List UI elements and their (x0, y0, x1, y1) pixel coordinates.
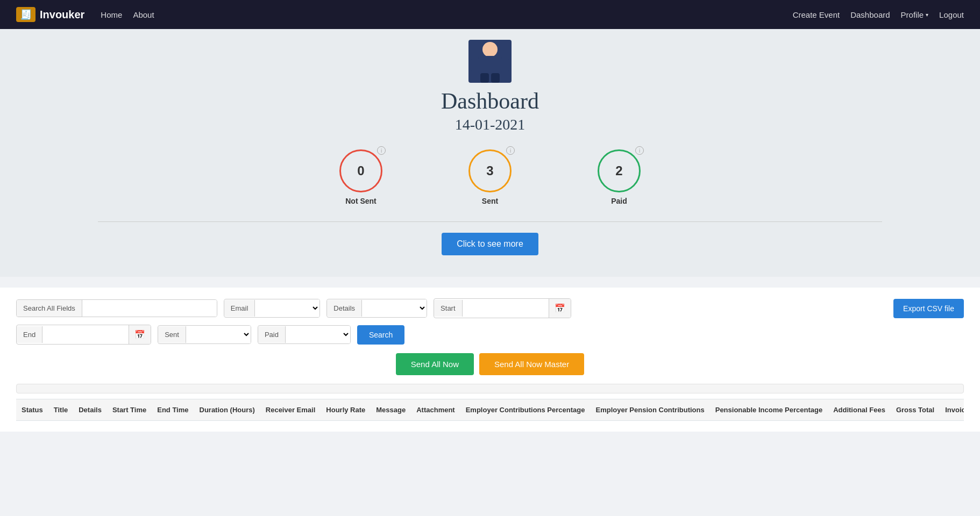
start-date-label: Start (434, 300, 462, 317)
nav-about[interactable]: About (133, 10, 154, 19)
dashboard-date: 14-01-2021 (0, 116, 980, 133)
dashboard-title: Dashboard (0, 88, 980, 114)
svg-rect-3 (471, 57, 479, 73)
brand-label: Invouker (40, 9, 84, 21)
stat-sent-circle: 3 (468, 149, 512, 192)
stat-not-sent: i 0 Not Sent (339, 149, 382, 205)
search-section: Search All Fields Email Details Start 📅 … (0, 288, 980, 432)
sent-select[interactable] (186, 326, 251, 343)
search-row-1: Search All Fields Email Details Start 📅 … (16, 298, 964, 318)
stat-sent: i 3 Sent (468, 149, 512, 205)
stat-paid-info-icon[interactable]: i (635, 146, 644, 155)
hero-divider (98, 221, 882, 222)
stat-paid-label: Paid (611, 197, 627, 205)
nav-profile-dropdown[interactable]: Profile ▾ (901, 10, 929, 19)
stat-sent-label: Sent (482, 197, 498, 205)
search-all-fields-input-group: Search All Fields (16, 299, 217, 317)
end-calendar-icon[interactable]: 📅 (129, 325, 151, 344)
send-all-now-master-button[interactable]: Send All Now Master (479, 353, 584, 375)
invoices-table: StatusTitleDetailsStart TimeEnd TimeDura… (16, 399, 964, 421)
stat-paid-circle: 2 (598, 149, 641, 192)
table-col-header: End Time (152, 399, 194, 421)
send-all-now-button[interactable]: Send All Now (396, 353, 474, 375)
search-row-2: End 📅 Sent Paid Search (16, 325, 964, 345)
table-col-header: Attachment (411, 399, 460, 421)
stat-not-sent-circle: 0 (339, 149, 382, 192)
paid-select[interactable] (286, 326, 350, 343)
email-select-group: Email (224, 299, 321, 318)
table-col-header: Additional Fees (828, 399, 891, 421)
brand-logo[interactable]: 🧾 Invouker (16, 7, 84, 22)
table-col-header: Employer Contributions Percentage (460, 399, 591, 421)
table-col-header: Title (48, 399, 74, 421)
sent-label: Sent (158, 326, 186, 343)
details-select-group: Details (326, 299, 427, 318)
svg-rect-6 (491, 73, 500, 83)
table-col-header: Start Time (107, 399, 152, 421)
navbar: 🧾 Invouker Home About Create Event Dashb… (0, 0, 980, 29)
table-col-header: Employer Pension Contributions (590, 399, 709, 421)
nav-create-event[interactable]: Create Event (793, 10, 840, 19)
details-select[interactable] (362, 299, 427, 317)
svg-rect-4 (501, 57, 509, 73)
end-date-label: End (17, 326, 42, 343)
export-csv-button[interactable]: Export CSV file (893, 299, 964, 318)
action-row: Send All Now Send All Now Master (16, 353, 964, 375)
table-header: StatusTitleDetailsStart TimeEnd TimeDura… (16, 399, 964, 421)
search-all-fields-input[interactable] (82, 300, 217, 317)
nav-profile-label: Profile (901, 10, 924, 19)
navbar-right: Create Event Dashboard Profile ▾ Logout (793, 10, 964, 19)
sent-select-group: Sent (158, 325, 251, 344)
progress-bar (16, 384, 964, 393)
table-col-header: Pensionable Income Percentage (710, 399, 828, 421)
end-date-input[interactable] (42, 326, 129, 343)
search-all-fields-label: Search All Fields (17, 300, 82, 317)
table-col-header: Status (16, 399, 48, 421)
table-col-header: Duration (Hours) (194, 399, 260, 421)
table-header-row: StatusTitleDetailsStart TimeEnd TimeDura… (16, 399, 964, 421)
email-label: Email (224, 300, 255, 317)
details-label: Details (327, 300, 362, 317)
nav-links: Home About (101, 10, 792, 19)
table-col-header: Receiver Email (260, 399, 321, 421)
paid-label: Paid (258, 326, 286, 343)
table-col-header: Invoice Sent (940, 399, 964, 421)
table-col-header: Hourly Rate (321, 399, 371, 421)
end-date-input-group: End 📅 (16, 325, 151, 345)
brand-icon: 🧾 (16, 7, 35, 22)
table-col-header: Details (73, 399, 107, 421)
start-date-input[interactable] (463, 300, 549, 317)
stat-paid: i 2 Paid (598, 149, 641, 205)
nav-dashboard[interactable]: Dashboard (850, 10, 890, 19)
hero-avatar (442, 40, 538, 83)
search-button[interactable]: Search (357, 325, 404, 345)
stat-not-sent-info-icon[interactable]: i (377, 146, 386, 155)
stat-not-sent-label: Not Sent (345, 197, 377, 205)
start-calendar-icon[interactable]: 📅 (549, 299, 571, 318)
avatar-illustration (442, 40, 538, 83)
stat-sent-info-icon[interactable]: i (506, 146, 515, 155)
svg-point-1 (482, 42, 498, 57)
click-to-see-more-button[interactable]: Click to see more (442, 233, 538, 255)
profile-caret-icon: ▾ (926, 12, 928, 18)
hero-section: Dashboard 14-01-2021 i 0 Not Sent i 3 Se… (0, 29, 980, 277)
stats-row: i 0 Not Sent i 3 Sent i 2 Paid (0, 149, 980, 205)
email-select[interactable] (255, 299, 319, 317)
table-col-header: Message (371, 399, 411, 421)
svg-rect-5 (480, 73, 489, 83)
table-wrapper: StatusTitleDetailsStart TimeEnd TimeDura… (16, 399, 964, 421)
paid-select-group: Paid (258, 325, 351, 344)
nav-home[interactable]: Home (101, 10, 122, 19)
table-col-header: Gross Total (891, 399, 940, 421)
nav-logout[interactable]: Logout (939, 10, 964, 19)
start-date-input-group: Start 📅 (434, 298, 571, 318)
